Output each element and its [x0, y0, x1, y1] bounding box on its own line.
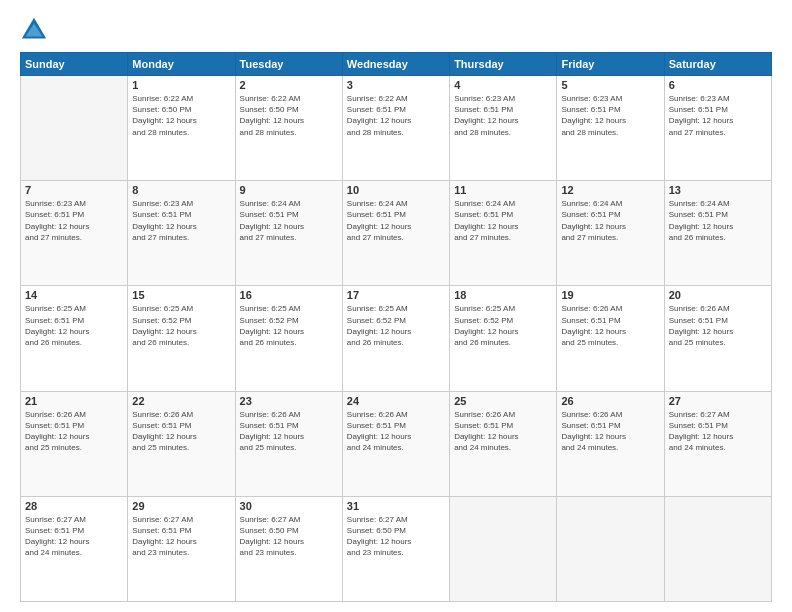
- day-header-sunday: Sunday: [21, 53, 128, 76]
- day-number: 23: [240, 395, 338, 407]
- day-cell: 3Sunrise: 6:22 AM Sunset: 6:51 PM Daylig…: [342, 76, 449, 181]
- day-cell: 8Sunrise: 6:23 AM Sunset: 6:51 PM Daylig…: [128, 181, 235, 286]
- day-info: Sunrise: 6:22 AM Sunset: 6:51 PM Dayligh…: [347, 93, 445, 138]
- day-cell: 5Sunrise: 6:23 AM Sunset: 6:51 PM Daylig…: [557, 76, 664, 181]
- day-cell: 24Sunrise: 6:26 AM Sunset: 6:51 PM Dayli…: [342, 391, 449, 496]
- header-row: SundayMondayTuesdayWednesdayThursdayFrid…: [21, 53, 772, 76]
- day-info: Sunrise: 6:23 AM Sunset: 6:51 PM Dayligh…: [669, 93, 767, 138]
- day-number: 24: [347, 395, 445, 407]
- day-info: Sunrise: 6:24 AM Sunset: 6:51 PM Dayligh…: [669, 198, 767, 243]
- day-cell: 20Sunrise: 6:26 AM Sunset: 6:51 PM Dayli…: [664, 286, 771, 391]
- day-cell: 12Sunrise: 6:24 AM Sunset: 6:51 PM Dayli…: [557, 181, 664, 286]
- day-cell: 23Sunrise: 6:26 AM Sunset: 6:51 PM Dayli…: [235, 391, 342, 496]
- day-cell: 21Sunrise: 6:26 AM Sunset: 6:51 PM Dayli…: [21, 391, 128, 496]
- day-number: 8: [132, 184, 230, 196]
- day-cell: [557, 496, 664, 601]
- day-cell: [21, 76, 128, 181]
- day-number: 13: [669, 184, 767, 196]
- day-number: 10: [347, 184, 445, 196]
- day-info: Sunrise: 6:26 AM Sunset: 6:51 PM Dayligh…: [25, 409, 123, 454]
- day-info: Sunrise: 6:22 AM Sunset: 6:50 PM Dayligh…: [132, 93, 230, 138]
- day-number: 25: [454, 395, 552, 407]
- day-header-friday: Friday: [557, 53, 664, 76]
- day-number: 15: [132, 289, 230, 301]
- day-info: Sunrise: 6:27 AM Sunset: 6:51 PM Dayligh…: [25, 514, 123, 559]
- day-info: Sunrise: 6:26 AM Sunset: 6:51 PM Dayligh…: [347, 409, 445, 454]
- day-cell: 30Sunrise: 6:27 AM Sunset: 6:50 PM Dayli…: [235, 496, 342, 601]
- week-row-3: 14Sunrise: 6:25 AM Sunset: 6:51 PM Dayli…: [21, 286, 772, 391]
- day-cell: [664, 496, 771, 601]
- day-info: Sunrise: 6:26 AM Sunset: 6:51 PM Dayligh…: [561, 409, 659, 454]
- day-number: 6: [669, 79, 767, 91]
- day-number: 26: [561, 395, 659, 407]
- day-cell: 9Sunrise: 6:24 AM Sunset: 6:51 PM Daylig…: [235, 181, 342, 286]
- day-cell: 4Sunrise: 6:23 AM Sunset: 6:51 PM Daylig…: [450, 76, 557, 181]
- day-header-tuesday: Tuesday: [235, 53, 342, 76]
- day-info: Sunrise: 6:27 AM Sunset: 6:50 PM Dayligh…: [240, 514, 338, 559]
- day-info: Sunrise: 6:27 AM Sunset: 6:50 PM Dayligh…: [347, 514, 445, 559]
- day-info: Sunrise: 6:25 AM Sunset: 6:52 PM Dayligh…: [240, 303, 338, 348]
- day-number: 29: [132, 500, 230, 512]
- day-number: 30: [240, 500, 338, 512]
- day-cell: [450, 496, 557, 601]
- day-cell: 16Sunrise: 6:25 AM Sunset: 6:52 PM Dayli…: [235, 286, 342, 391]
- day-cell: 1Sunrise: 6:22 AM Sunset: 6:50 PM Daylig…: [128, 76, 235, 181]
- day-cell: 13Sunrise: 6:24 AM Sunset: 6:51 PM Dayli…: [664, 181, 771, 286]
- day-number: 3: [347, 79, 445, 91]
- day-cell: 25Sunrise: 6:26 AM Sunset: 6:51 PM Dayli…: [450, 391, 557, 496]
- week-row-4: 21Sunrise: 6:26 AM Sunset: 6:51 PM Dayli…: [21, 391, 772, 496]
- day-number: 28: [25, 500, 123, 512]
- logo: [20, 16, 52, 44]
- day-number: 2: [240, 79, 338, 91]
- logo-icon: [20, 16, 48, 44]
- day-cell: 11Sunrise: 6:24 AM Sunset: 6:51 PM Dayli…: [450, 181, 557, 286]
- day-cell: 2Sunrise: 6:22 AM Sunset: 6:50 PM Daylig…: [235, 76, 342, 181]
- day-cell: 7Sunrise: 6:23 AM Sunset: 6:51 PM Daylig…: [21, 181, 128, 286]
- day-info: Sunrise: 6:24 AM Sunset: 6:51 PM Dayligh…: [347, 198, 445, 243]
- day-info: Sunrise: 6:25 AM Sunset: 6:52 PM Dayligh…: [132, 303, 230, 348]
- day-number: 9: [240, 184, 338, 196]
- day-cell: 10Sunrise: 6:24 AM Sunset: 6:51 PM Dayli…: [342, 181, 449, 286]
- day-cell: 15Sunrise: 6:25 AM Sunset: 6:52 PM Dayli…: [128, 286, 235, 391]
- day-cell: 14Sunrise: 6:25 AM Sunset: 6:51 PM Dayli…: [21, 286, 128, 391]
- day-info: Sunrise: 6:24 AM Sunset: 6:51 PM Dayligh…: [561, 198, 659, 243]
- day-number: 18: [454, 289, 552, 301]
- day-info: Sunrise: 6:22 AM Sunset: 6:50 PM Dayligh…: [240, 93, 338, 138]
- day-number: 7: [25, 184, 123, 196]
- day-header-saturday: Saturday: [664, 53, 771, 76]
- week-row-1: 1Sunrise: 6:22 AM Sunset: 6:50 PM Daylig…: [21, 76, 772, 181]
- day-cell: 31Sunrise: 6:27 AM Sunset: 6:50 PM Dayli…: [342, 496, 449, 601]
- day-number: 31: [347, 500, 445, 512]
- day-cell: 18Sunrise: 6:25 AM Sunset: 6:52 PM Dayli…: [450, 286, 557, 391]
- day-number: 11: [454, 184, 552, 196]
- day-cell: 29Sunrise: 6:27 AM Sunset: 6:51 PM Dayli…: [128, 496, 235, 601]
- day-header-thursday: Thursday: [450, 53, 557, 76]
- day-info: Sunrise: 6:23 AM Sunset: 6:51 PM Dayligh…: [561, 93, 659, 138]
- day-number: 1: [132, 79, 230, 91]
- day-info: Sunrise: 6:26 AM Sunset: 6:51 PM Dayligh…: [561, 303, 659, 348]
- day-info: Sunrise: 6:25 AM Sunset: 6:52 PM Dayligh…: [347, 303, 445, 348]
- day-number: 17: [347, 289, 445, 301]
- day-number: 21: [25, 395, 123, 407]
- day-number: 20: [669, 289, 767, 301]
- day-header-wednesday: Wednesday: [342, 53, 449, 76]
- day-number: 19: [561, 289, 659, 301]
- day-cell: 17Sunrise: 6:25 AM Sunset: 6:52 PM Dayli…: [342, 286, 449, 391]
- day-info: Sunrise: 6:23 AM Sunset: 6:51 PM Dayligh…: [25, 198, 123, 243]
- header: [20, 16, 772, 44]
- day-cell: 26Sunrise: 6:26 AM Sunset: 6:51 PM Dayli…: [557, 391, 664, 496]
- day-info: Sunrise: 6:23 AM Sunset: 6:51 PM Dayligh…: [132, 198, 230, 243]
- calendar-header: SundayMondayTuesdayWednesdayThursdayFrid…: [21, 53, 772, 76]
- week-row-5: 28Sunrise: 6:27 AM Sunset: 6:51 PM Dayli…: [21, 496, 772, 601]
- day-header-monday: Monday: [128, 53, 235, 76]
- calendar-table: SundayMondayTuesdayWednesdayThursdayFrid…: [20, 52, 772, 602]
- day-info: Sunrise: 6:25 AM Sunset: 6:51 PM Dayligh…: [25, 303, 123, 348]
- day-cell: 19Sunrise: 6:26 AM Sunset: 6:51 PM Dayli…: [557, 286, 664, 391]
- calendar-body: 1Sunrise: 6:22 AM Sunset: 6:50 PM Daylig…: [21, 76, 772, 602]
- day-info: Sunrise: 6:26 AM Sunset: 6:51 PM Dayligh…: [240, 409, 338, 454]
- day-cell: 28Sunrise: 6:27 AM Sunset: 6:51 PM Dayli…: [21, 496, 128, 601]
- day-number: 5: [561, 79, 659, 91]
- day-info: Sunrise: 6:26 AM Sunset: 6:51 PM Dayligh…: [454, 409, 552, 454]
- day-info: Sunrise: 6:26 AM Sunset: 6:51 PM Dayligh…: [669, 303, 767, 348]
- day-number: 4: [454, 79, 552, 91]
